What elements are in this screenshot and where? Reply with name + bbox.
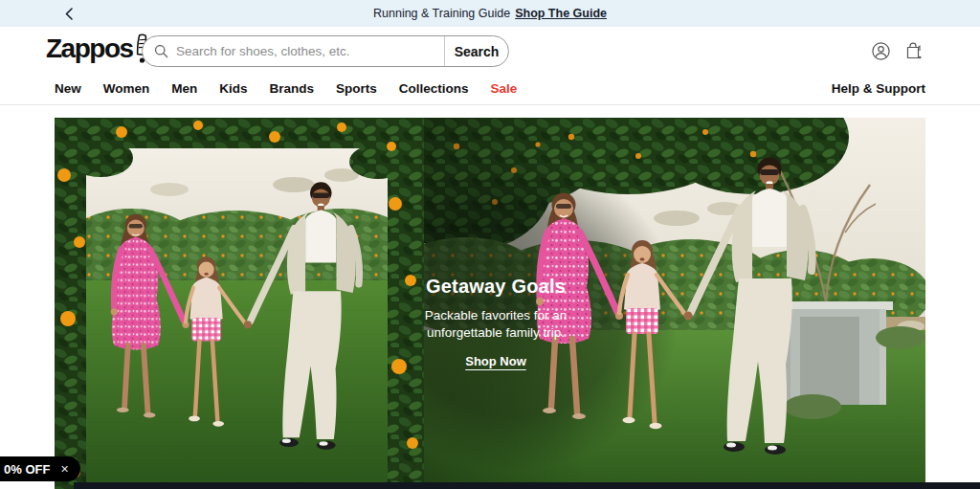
promo-badge: 0% OFF × [0,456,80,481]
logo-text: Zappos [46,30,133,68]
hero-title: Getaway Goals [381,276,611,298]
hero-text-overlay: Getaway Goals Packable favorites for an … [381,276,611,369]
nav-item-sale[interactable]: Sale [491,81,518,96]
zappos-logo[interactable]: Zappos ™ [46,30,155,68]
top-banner: Running & Training Guide Shop The Guide [0,0,980,27]
nav-item-brands[interactable]: Brands [270,81,315,96]
chevron-left-icon [65,8,73,20]
search-bar: Search [142,35,509,67]
nav-item-collections[interactable]: Collections [399,81,469,96]
nav-item-women[interactable]: Women [103,81,150,96]
bottom-section-edge [74,482,980,489]
hero-banner: Getaway Goals Packable favorites for an … [55,118,925,489]
zappos-homepage: Running & Training Guide Shop The Guide … [0,0,980,489]
search-input[interactable] [168,44,444,58]
cart-button[interactable] [904,41,924,61]
banner-back-button[interactable] [59,0,78,27]
search-button[interactable]: Search [445,36,508,66]
banner-text: Running & Training Guide [373,7,510,20]
help-support-link[interactable]: Help & Support [832,81,925,96]
left-inset-photo [59,139,418,489]
nav-item-kids[interactable]: Kids [219,81,247,96]
shopping-bag-icon [904,41,924,61]
shop-now-link[interactable]: Shop Now [465,354,526,368]
close-icon[interactable]: × [60,462,68,476]
promo-badge-label: 0% OFF [4,462,50,477]
banner-link[interactable]: Shop The Guide [515,7,607,20]
user-icon [872,42,890,60]
search-icon [154,44,168,58]
nav-item-men[interactable]: Men [171,81,197,96]
nav-items: New Women Men Kids Brands Sports Collect… [55,81,517,96]
nav-item-sports[interactable]: Sports [336,81,377,96]
main-nav: New Women Men Kids Brands Sports Collect… [0,72,980,105]
header-icons [872,41,924,61]
account-button[interactable] [872,42,890,60]
header: Zappos ™ Search [0,27,980,72]
nav-item-new[interactable]: New [55,81,81,96]
hero-subtitle: Packable favorites for an unforgettable … [381,307,611,342]
